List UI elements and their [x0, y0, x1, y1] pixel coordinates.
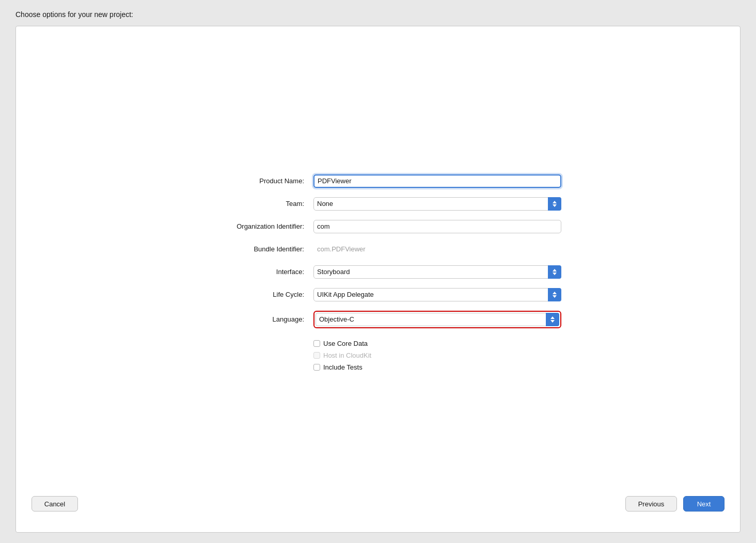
team-select[interactable]: None	[313, 197, 561, 211]
host-in-cloudkit-checkbox[interactable]	[313, 352, 320, 359]
next-button[interactable]: Next	[683, 496, 724, 512]
include-tests-label: Include Tests	[323, 363, 363, 371]
bundle-identifier-input	[313, 243, 561, 256]
page-title: Choose options for your new project:	[15, 10, 741, 19]
language-label: Language:	[195, 315, 308, 323]
host-in-cloudkit-row: Host in CloudKit	[313, 352, 561, 359]
product-name-label: Product Name:	[195, 177, 308, 185]
org-identifier-input[interactable]	[313, 220, 561, 233]
lifecycle-label: Life Cycle:	[195, 291, 308, 298]
org-identifier-label: Organization Identifier:	[195, 222, 308, 230]
checkboxes-area: Use Core Data Host in CloudKit Include T…	[313, 338, 561, 371]
use-core-data-checkbox[interactable]	[313, 340, 320, 347]
product-name-input[interactable]	[313, 174, 561, 188]
previous-button[interactable]: Previous	[625, 496, 677, 512]
language-select-highlight: Objective-C Swift	[313, 311, 561, 328]
team-label: Team:	[195, 200, 308, 207]
use-core-data-row: Use Core Data	[313, 340, 561, 347]
cancel-button[interactable]: Cancel	[32, 496, 78, 512]
interface-select[interactable]: Storyboard	[313, 265, 561, 279]
footer: Cancel Previous Next	[16, 488, 740, 512]
lifecycle-select[interactable]: UIKit App Delegate	[313, 288, 561, 301]
language-select-inner: Objective-C Swift	[316, 313, 559, 326]
team-select-wrapper: None	[313, 197, 561, 211]
bundle-identifier-label: Bundle Identifier:	[195, 245, 308, 253]
dialog-container: Product Name: Team: None Organization Id…	[15, 26, 741, 533]
interface-label: Interface:	[195, 268, 308, 276]
use-core-data-label: Use Core Data	[323, 340, 368, 347]
form-grid: Product Name: Team: None Organization Id…	[195, 174, 561, 371]
host-in-cloudkit-label: Host in CloudKit	[323, 352, 371, 359]
nav-button-group: Previous Next	[625, 496, 724, 512]
include-tests-checkbox[interactable]	[313, 364, 320, 371]
form-area: Product Name: Team: None Organization Id…	[16, 57, 740, 488]
interface-select-wrapper: Storyboard	[313, 265, 561, 279]
lifecycle-select-wrapper: UIKit App Delegate	[313, 288, 561, 301]
include-tests-row: Include Tests	[313, 363, 561, 371]
language-select[interactable]: Objective-C Swift	[316, 313, 559, 326]
